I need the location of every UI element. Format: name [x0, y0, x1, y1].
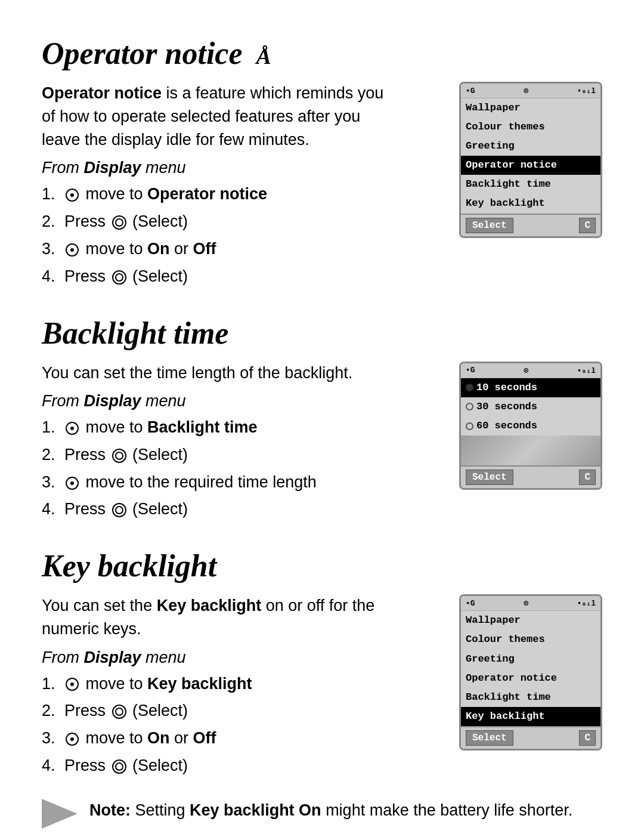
step-item: 2. Press (Select)	[42, 209, 388, 234]
step-item: 4. Press (Select)	[42, 753, 388, 779]
phone-mockup-key-backlight: ▪G ⊙ ▪₀ᵢl Wallpaper Colour themes Greeti…	[459, 594, 602, 751]
menu-item-colour-themes: Colour themes	[461, 118, 600, 137]
menu-item-greeting: Greeting	[461, 137, 600, 156]
status-mid: ⊙	[524, 86, 528, 95]
phone-bottom-bar: Select C	[461, 214, 600, 236]
backlight-time-steps: 1. move to Backlight time 2. Press (Sele…	[42, 415, 388, 522]
operator-notice-text: Operator notice is a feature which remin…	[42, 82, 388, 292]
phone-bottom-bar: Select C	[461, 465, 600, 488]
phone-bottom-bar: Select C	[461, 726, 600, 749]
menu-item-backlight-time: Backlight time	[461, 688, 600, 707]
backlight-time-from-menu: From Display menu	[42, 392, 388, 410]
status-right: ▪₀ᵢl	[577, 598, 596, 608]
key-backlight-from-menu: From Display menu	[42, 648, 388, 667]
menu-item-greeting: Greeting	[461, 650, 600, 669]
phone-menu: Wallpaper Colour themes Greeting Operato…	[461, 98, 600, 214]
step-item: 4. Press (Select)	[42, 497, 388, 522]
key-backlight-intro: You can set the Key backlight on or off …	[42, 594, 388, 641]
c-button: C	[579, 730, 596, 746]
key-backlight-content: You can set the Key backlight on or off …	[42, 594, 602, 781]
status-mid: ⊙	[524, 366, 528, 375]
select-button: Select	[466, 218, 513, 233]
status-left: ▪G	[466, 366, 475, 375]
backlight-time-intro: You can set the time length of the backl…	[42, 362, 388, 385]
operator-notice-steps: 1. move to Operator notice 2. Press (Sel…	[42, 182, 388, 289]
step-item: 2. Press (Select)	[42, 443, 388, 468]
status-mid: ⊙	[524, 598, 528, 608]
step-item: 1. move to Operator notice	[42, 182, 388, 207]
menu-item-30s: 30 seconds	[461, 397, 600, 416]
select-button: Select	[466, 730, 513, 746]
step-item: 3. move to On or Off	[42, 726, 388, 751]
phone-menu-backlight: 10 seconds 30 seconds 60 seconds	[461, 378, 600, 465]
phone-mockup-operator-notice: ▪G ⊙ ▪₀ᵢl Wallpaper Colour themes Greeti…	[459, 82, 602, 238]
step-item: 1. move to Backlight time	[42, 415, 388, 440]
menu-item-key-backlight: Key backlight	[461, 194, 600, 213]
operator-notice-title: Operator notice Å	[42, 36, 602, 71]
operator-notice-from-menu: From Display menu	[42, 159, 388, 177]
status-left: ▪G	[466, 87, 475, 95]
status-left: ▪G	[466, 599, 475, 608]
backlight-time-text: You can set the time length of the backl…	[42, 362, 388, 525]
note-section: Note: Setting Key backlight On might mak…	[42, 799, 602, 829]
backlight-time-title: Backlight time	[42, 316, 602, 351]
status-right: ▪₀ᵢl	[577, 366, 596, 375]
backlight-time-content: You can set the time length of the backl…	[42, 362, 602, 525]
menu-item-backlight-time: Backlight time	[461, 175, 600, 194]
phone-mockup-backlight-time: ▪G ⊙ ▪₀ᵢl 10 seconds 30 seconds 60 secon…	[459, 362, 602, 490]
menu-item-wallpaper: Wallpaper	[461, 98, 600, 118]
select-button: Select	[466, 470, 513, 485]
menu-item-wallpaper: Wallpaper	[461, 611, 600, 630]
svg-marker-0	[42, 799, 78, 829]
menu-item-operator-notice: Operator notice	[461, 156, 600, 175]
menu-item-10s: 10 seconds	[461, 378, 600, 397]
step-item: 2. Press (Select)	[42, 699, 388, 724]
step-item: 3. move to On or Off	[42, 237, 388, 262]
phone-menu-key-backlight: Wallpaper Colour themes Greeting Operato…	[461, 611, 600, 726]
menu-item-60s: 60 seconds	[461, 416, 600, 436]
key-backlight-steps: 1. move to Key backlight 2. Press (Selec…	[42, 672, 388, 779]
status-right: ▪₀ᵢl	[577, 86, 596, 95]
step-item: 4. Press (Select)	[42, 264, 388, 289]
note-text: Note: Setting Key backlight On might mak…	[89, 799, 572, 822]
note-arrow-icon	[42, 799, 78, 829]
operator-notice-intro: Operator notice is a feature which remin…	[42, 82, 388, 152]
key-backlight-text: You can set the Key backlight on or off …	[42, 594, 388, 781]
c-button: C	[579, 218, 596, 233]
phone-status-bar: ▪G ⊙ ▪₀ᵢl	[461, 596, 600, 611]
step-item: 3. move to the required time length	[42, 470, 388, 495]
phone-status-bar: ▪G ⊙ ▪₀ᵢl	[461, 84, 600, 98]
menu-item-colour-themes: Colour themes	[461, 630, 600, 649]
menu-item-operator-notice: Operator notice	[461, 669, 600, 688]
menu-item-key-backlight: Key backlight	[461, 707, 600, 726]
step-item: 1. move to Key backlight	[42, 672, 388, 697]
key-backlight-title: Key backlight	[42, 548, 602, 583]
phone-status-bar: ▪G ⊙ ▪₀ᵢl	[461, 363, 600, 378]
operator-notice-content: Operator notice is a feature which remin…	[42, 82, 602, 292]
phone-bg-image	[461, 436, 600, 465]
c-button: C	[579, 470, 596, 485]
